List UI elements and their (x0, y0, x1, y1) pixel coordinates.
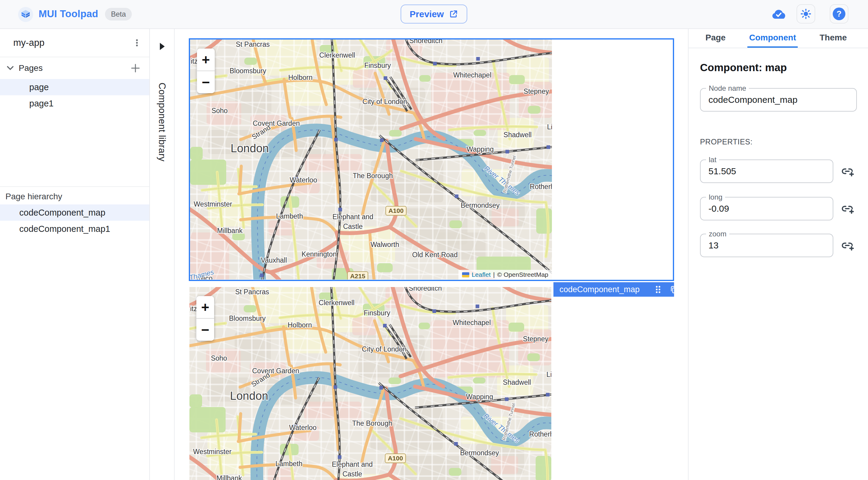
zoom-in-button[interactable]: + (196, 296, 214, 318)
lat-input[interactable] (701, 160, 833, 183)
map-attribution: Leaflet | © OpenStreetMap (459, 270, 552, 280)
rail-station-marker (379, 386, 383, 389)
zoom-label: zoom (706, 230, 729, 238)
map-place-label: Wapping (466, 393, 493, 401)
map-place-label: St Pancras (235, 288, 269, 296)
road-ref-label: A215 (350, 273, 366, 280)
tab-page[interactable]: Page (704, 29, 727, 47)
zoom-out-button[interactable]: − (197, 71, 215, 93)
chevron-down-icon (7, 66, 14, 70)
hierarchy-item-codeComponent_map1[interactable]: codeComponent_map1 (0, 221, 149, 237)
map-place-label: Waterloo (289, 424, 316, 431)
pages-section-header[interactable]: Pages (0, 57, 149, 79)
map-place-label: Limehouse (547, 123, 552, 131)
drag-handle-icon[interactable] (654, 285, 662, 294)
rail-station-marker (505, 397, 508, 401)
map-place-label: Walworth (371, 241, 399, 249)
sidebar-item-page[interactable]: page (0, 79, 149, 95)
duplicate-component-button[interactable] (669, 285, 678, 294)
sidebar-item-page1[interactable]: page1 (0, 95, 149, 111)
map-place-label: Millbank (217, 227, 243, 234)
leaflet-zoom-control: + − (197, 49, 215, 93)
map-place-label: Covent Garden (253, 119, 300, 127)
openstreetmap-tiles: ShoreditchSt PancrasitzClerkenwellFinsbu… (190, 39, 552, 280)
property-row-long: long (700, 197, 857, 220)
map-place-label: London (230, 389, 269, 402)
rail-station-marker (383, 324, 386, 327)
rail-station-marker (384, 76, 387, 80)
map-component-codeComponent_map1[interactable]: ShoreditchSt PancrasitzClerkenwellFinsbu… (189, 287, 551, 480)
preview-button[interactable]: Preview (401, 4, 467, 24)
zoom-out-button[interactable]: − (196, 319, 214, 341)
bind-property-icon[interactable] (841, 165, 855, 177)
map-place-label: Clerkenwell (319, 299, 355, 307)
map-place-label: London (231, 142, 269, 155)
toolpad-logo-icon (18, 7, 33, 22)
app-name: my-app (13, 37, 132, 48)
attribution-separator: | (493, 271, 495, 278)
app-menu-kebab-icon[interactable] (132, 38, 142, 47)
rail-station-marker (260, 274, 264, 277)
zoom-in-button[interactable]: + (197, 49, 215, 70)
hierarchy-item-label: codeComponent_map (19, 208, 105, 218)
delete-component-button[interactable] (685, 285, 688, 294)
selected-component-toolbar: codeComponent_map (553, 282, 674, 297)
tab-theme[interactable]: Theme (818, 29, 848, 47)
properties-section-label: PROPERTIES: (700, 137, 857, 146)
component-library-label[interactable]: Component library (157, 83, 167, 162)
node-name-field: Node name (700, 88, 857, 111)
page-hierarchy-label: Page hierarchy (0, 187, 149, 204)
map-place-label: Castle (343, 223, 363, 230)
map-place-label: Shadwell (503, 378, 531, 386)
map-place-label: St Pancras (236, 40, 270, 48)
map-component-codeComponent_map[interactable]: ShoreditchSt PancrasitzClerkenwellFinsbu… (190, 39, 552, 280)
tab-component[interactable]: Component (747, 29, 798, 47)
app-title: MUI Toolpad (39, 8, 98, 20)
map-place-label: Elephant and (332, 213, 373, 221)
rail-station-marker (433, 309, 436, 313)
rail-station-marker (338, 208, 342, 211)
map-place-label: Westminster (193, 448, 231, 455)
map-place-label: Castle (342, 470, 362, 478)
map-place-label: Elephant and (332, 460, 373, 468)
add-page-button[interactable] (131, 63, 140, 73)
sun-icon (800, 8, 812, 20)
property-row-zoom: zoom (700, 234, 857, 257)
bind-property-icon[interactable] (841, 203, 855, 215)
map-place-label: Shoreditch (409, 287, 442, 292)
map-place-label: Waterloo (289, 176, 317, 184)
map-place-label: Rotherhithe (530, 183, 552, 191)
rail-station-marker (433, 62, 437, 65)
map-place-label: Holborn (288, 73, 313, 82)
component-library-expand-button[interactable] (150, 37, 175, 56)
map-place-label: Finsbury (364, 309, 391, 317)
road-ref-badge: A100 (386, 206, 406, 215)
preview-button-label: Preview (409, 9, 444, 19)
map-place-label: Lambeth (275, 460, 303, 468)
help-button[interactable]: ? (830, 4, 848, 24)
theme-toggle-button[interactable] (797, 4, 815, 24)
zoom-field: zoom (700, 234, 833, 257)
beta-badge: Beta (105, 8, 132, 21)
road-ref-label: A100 (389, 207, 404, 214)
ukraine-flag-icon (462, 272, 469, 277)
map-place-label: Old Kent Road (412, 251, 458, 259)
rail-station-marker (546, 393, 550, 396)
selected-component-name: codeComponent_map (559, 285, 640, 294)
hierarchy-item-codeComponent_map[interactable]: codeComponent_map (0, 204, 149, 221)
osm-copyright: © OpenStreetMap (497, 271, 548, 278)
map-place-label: Stepney (523, 335, 549, 343)
map-place-label: Millbank (217, 474, 242, 480)
map-place-label: Holborn (288, 321, 312, 329)
rail-station-marker (380, 138, 384, 142)
map-place-label: The Borough (353, 172, 393, 180)
road-ref-label: A100 (388, 455, 403, 461)
map-place-label: Stepney (524, 88, 549, 95)
leaflet-link[interactable]: Leaflet (472, 271, 491, 278)
bind-property-icon[interactable] (841, 239, 855, 252)
road-ref-badge: A100 (385, 454, 406, 463)
component-heading: Component: map (700, 62, 857, 73)
sync-saved-cloud-icon (771, 8, 786, 21)
map-place-label: Finsbury (364, 62, 391, 69)
map-place-label: The Borough (352, 419, 392, 427)
